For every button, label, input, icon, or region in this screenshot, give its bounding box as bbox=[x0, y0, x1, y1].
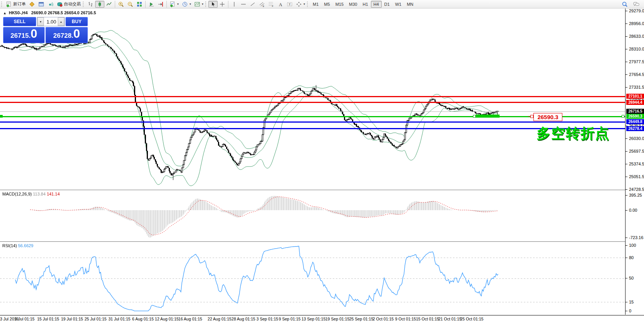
price-tick-mark bbox=[626, 138, 627, 139]
indicators-icon bbox=[169, 1, 176, 7]
time-tick-label: 19 Sep 01:15 bbox=[325, 317, 349, 321]
templates-dropdown-arrow-icon[interactable]: ▾ bbox=[202, 2, 203, 6]
periods-icon bbox=[182, 1, 188, 7]
volume-decrease-button[interactable]: ▼ bbox=[37, 17, 44, 26]
macd-tick-mark bbox=[626, 195, 627, 196]
trendline-button[interactable] bbox=[248, 1, 257, 8]
timeframe-h1-button[interactable]: H1 bbox=[360, 1, 371, 8]
buy-price-display[interactable]: 26728.0 bbox=[45, 27, 88, 43]
time-tick-label: 3 Sep 01:15 bbox=[257, 317, 278, 321]
signal-button[interactable] bbox=[46, 1, 55, 8]
price-tick-label: 25374.5 bbox=[629, 162, 644, 166]
templates-button[interactable]: ▾ bbox=[193, 1, 205, 8]
timeframe-mn-button[interactable]: MN bbox=[404, 1, 416, 8]
price-axis[interactable]: 29279.028956.028633.028310.027977.527654… bbox=[625, 8, 644, 315]
arrows-dropdown-arrow-icon[interactable]: ▾ bbox=[304, 2, 305, 6]
toolbar-grip[interactable] bbox=[1, 2, 3, 7]
metaquotes-button[interactable] bbox=[27, 1, 37, 8]
chinese-annotation-text[interactable]: 多空转折点 bbox=[537, 124, 610, 143]
fibonacci-button[interactable]: F bbox=[267, 1, 276, 8]
time-tick-label: 19 Jul 01:15 bbox=[61, 317, 83, 321]
volume-value[interactable]: 1.00 bbox=[44, 17, 58, 26]
price-chart-canvas[interactable] bbox=[0, 8, 625, 190]
crosshair-button[interactable] bbox=[218, 1, 227, 8]
autotrade-label: 自动交易 bbox=[64, 1, 81, 7]
text-button[interactable]: A bbox=[276, 1, 285, 8]
macd-indicator-canvas[interactable] bbox=[0, 191, 625, 241]
candle-chart-button[interactable] bbox=[95, 1, 104, 8]
time-tick-label: 15 Jul 01:15 bbox=[37, 317, 59, 321]
tile-windows-button[interactable] bbox=[135, 1, 144, 8]
buy-button[interactable]: BUY bbox=[65, 17, 88, 26]
highlight-zone-segment[interactable] bbox=[476, 115, 500, 118]
indicators-button[interactable]: ▾ bbox=[168, 1, 180, 8]
macd-main-value: 113.84 bbox=[33, 192, 45, 196]
text-label-button[interactable]: T bbox=[285, 1, 294, 8]
price-tick-label: 28310.0 bbox=[629, 47, 644, 51]
svg-text:F: F bbox=[272, 5, 273, 7]
price-callout-label[interactable]: 26590.3 bbox=[533, 113, 562, 121]
hline-button[interactable] bbox=[239, 1, 248, 8]
volume-increase-button[interactable]: ▲ bbox=[58, 17, 64, 26]
timeframe-m1-button[interactable]: M1 bbox=[310, 1, 321, 8]
time-tick-label: 12 Aug 01:15 bbox=[155, 317, 179, 321]
bar-chart-button[interactable] bbox=[86, 1, 95, 8]
timeframe-w1-button[interactable]: W1 bbox=[392, 1, 404, 8]
toolbar-grip[interactable] bbox=[307, 2, 309, 7]
level-line-26944.4[interactable] bbox=[0, 102, 625, 103]
periods-dropdown-arrow-icon[interactable]: ▾ bbox=[190, 2, 191, 6]
timeframe-d1-button[interactable]: D1 bbox=[382, 1, 392, 8]
time-tick-label: 15 Oct 01:15 bbox=[416, 317, 439, 321]
level-line-26449.8[interactable] bbox=[0, 121, 625, 123]
line-chart-button[interactable] bbox=[104, 1, 114, 8]
toolbar-grip[interactable] bbox=[83, 2, 85, 7]
text-label-icon: T bbox=[287, 1, 293, 7]
zoom-out-button[interactable] bbox=[126, 1, 135, 8]
periods-button[interactable]: ▾ bbox=[180, 1, 193, 8]
price-tick-mark bbox=[626, 177, 627, 177]
new-order-button[interactable]: 新订单 bbox=[4, 1, 27, 8]
level-line-26716.5[interactable] bbox=[0, 111, 625, 112]
timeframe-m15-button[interactable]: M15 bbox=[333, 1, 346, 8]
chat-button[interactable] bbox=[632, 1, 641, 8]
profile-button[interactable] bbox=[37, 1, 46, 8]
level-line-27101.1[interactable] bbox=[0, 96, 625, 97]
price-level-axis-label: 26278.4 bbox=[626, 126, 644, 131]
line-chart-icon bbox=[106, 1, 112, 7]
time-tick-label: 25 Oct 01:15 bbox=[460, 317, 483, 321]
timeframe-h4-button[interactable]: H4 bbox=[371, 1, 382, 8]
price-tick-mark bbox=[626, 62, 627, 62]
macd-name: MACD(12,26,9) bbox=[2, 192, 32, 196]
price-tick-label: 25051.5 bbox=[629, 174, 644, 179]
sell-price-display[interactable]: 26715.0 bbox=[3, 27, 45, 43]
autotrade-button[interactable]: 自动交易 bbox=[55, 1, 82, 8]
rsi-tick-mark bbox=[626, 258, 627, 258]
auto-scroll-button[interactable] bbox=[147, 1, 156, 8]
collapse-triangle-icon[interactable]: ▲ bbox=[3, 11, 7, 15]
channel-button[interactable]: E bbox=[257, 1, 267, 8]
arrows-button[interactable]: ▾ bbox=[294, 1, 307, 8]
chart-shift-icon bbox=[158, 1, 164, 7]
line-handle-right[interactable] bbox=[622, 115, 624, 118]
vline-button[interactable] bbox=[230, 1, 239, 8]
timeframe-m5-button[interactable]: M5 bbox=[321, 1, 332, 8]
level-line-26278.4[interactable] bbox=[0, 128, 625, 129]
search-icon bbox=[622, 1, 628, 7]
channel-icon: E bbox=[259, 1, 265, 7]
sell-button[interactable]: SELL bbox=[3, 17, 36, 26]
zoom-in-button[interactable] bbox=[116, 1, 126, 8]
cursor-button[interactable] bbox=[208, 1, 218, 8]
rsi-indicator-canvas[interactable] bbox=[0, 243, 625, 315]
search-button[interactable] bbox=[620, 1, 629, 8]
time-axis[interactable]: 3 Jul 20199 Jul 01:1515 Jul 01:1519 Jul … bbox=[0, 315, 644, 322]
line-handle-left[interactable] bbox=[0, 115, 3, 118]
metaquotes-icon bbox=[29, 1, 35, 7]
macd-signal-value: 141.14 bbox=[47, 192, 60, 196]
indicators-dropdown-arrow-icon[interactable]: ▾ bbox=[177, 2, 179, 6]
line-handle-middle[interactable] bbox=[473, 115, 476, 118]
chart-shift-button[interactable] bbox=[156, 1, 165, 8]
rsi-tick-mark bbox=[626, 245, 627, 246]
timeframe-m30-button[interactable]: M30 bbox=[346, 1, 360, 8]
toolbar-grip[interactable] bbox=[205, 2, 207, 7]
tile-windows-icon bbox=[136, 1, 143, 7]
